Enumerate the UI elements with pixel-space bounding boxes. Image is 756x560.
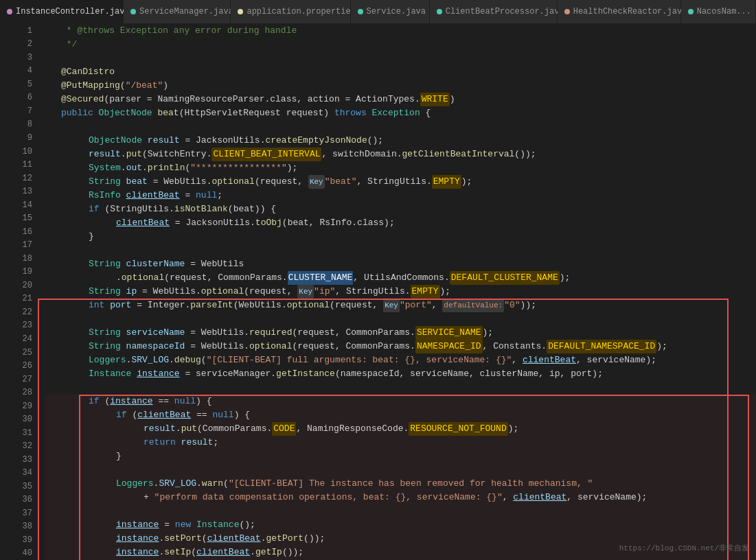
tab-label: application.properties [247, 7, 355, 16]
code-editor[interactable]: * @throws Exception any error during han… [38, 24, 756, 560]
tab-servicemanager[interactable]: ServiceManager.java × [124, 0, 231, 23]
code-line: instance.setPort(clientBeat.getPort()); [45, 532, 756, 546]
tab-healthcheckreactor[interactable]: HealthCheckReactor.java × [558, 0, 681, 23]
tab-bar: InstanceController.java × ServiceManager… [0, 0, 756, 24]
code-line: .optional(request, CommonParams.CLUSTER_… [45, 271, 756, 285]
code-line: ▶ public ObjectNode beat(HttpServletRequ… [45, 106, 756, 120]
code-line: RsInfo clientBeat = null; [45, 189, 756, 202]
code-line: * @throws Exception any error during han… [45, 24, 756, 38]
tab-label: ClientBeatProcessor.java [446, 7, 564, 16]
code-line: if (StringUtils.isNotBlank(beat)) { [45, 202, 756, 216]
tab-label: NacosNam... [697, 7, 751, 16]
code-line: if (instance == null) { [45, 395, 756, 408]
tab-nacosnam[interactable]: NacosNam... × [681, 0, 756, 23]
code-line [45, 120, 756, 134]
tab-applicationproperties[interactable]: application.properties × [231, 0, 350, 23]
code-line: instance.setIp(clientBeat.getIp()); [45, 546, 756, 559]
code-line: String ip = WebUtils.optional(request, K… [45, 285, 756, 299]
code-line: clientBeat = JacksonUtils.toObj(beat, Rs… [45, 216, 756, 230]
code-line: int port = Integer.parseInt(WebUtils.opt… [45, 299, 756, 312]
code-line: Loggers.SRV_LOG.warn("[CLIENT-BEAT] The … [45, 477, 756, 491]
code-line: result.put(SwitchEntry.CLIENT_BEAT_INTER… [45, 148, 756, 161]
code-line: @Secured(parser = NamingResourceParser.c… [45, 93, 756, 106]
tab-label: HealthCheckReactor.java [573, 7, 687, 16]
code-line: result.put(CommonParams.CODE, NamingResp… [45, 422, 756, 436]
tab-clientbeatprocessor[interactable]: ClientBeatProcessor.java × [430, 0, 558, 23]
code-line [45, 463, 756, 477]
line-number-gutter: 1 2 3 4 5 6 7 8 9 10 11 12 13 14 15 16 1… [0, 24, 38, 560]
code-line: String clusterName = WebUtils [45, 257, 756, 271]
code-line: } [45, 230, 756, 244]
code-line: Instance instance = serviceManager.getIn… [45, 367, 756, 381]
code-line: @PutMapping("/beat") [45, 79, 756, 93]
code-line [45, 504, 756, 518]
tab-label: Service.java [367, 7, 426, 16]
tab-instancecontroller[interactable]: InstanceController.java × [0, 0, 124, 23]
code-line [45, 51, 756, 65]
code-line [45, 381, 756, 395]
code-line [45, 244, 756, 257]
code-line: instance = new Instance(); [45, 518, 756, 532]
code-line: String serviceName = WebUtils.required(r… [45, 326, 756, 340]
tab-label: InstanceController.java [16, 7, 130, 16]
code-line: Loggers.SRV_LOG.debug("[CLIENT-BEAT] ful… [45, 353, 756, 367]
tab-label: ServiceManager.java [139, 7, 233, 16]
code-line: System.out.println("****************"); [45, 161, 756, 175]
code-line: String namespaceId = WebUtils.optional(r… [45, 340, 756, 353]
code-line: ObjectNode result = JacksonUtils.createE… [45, 134, 756, 148]
tab-service[interactable]: Service.java × [351, 0, 430, 23]
code-line: @CanDistro [45, 65, 756, 79]
code-line: } [45, 450, 756, 463]
code-line: + "perform data compensation operations,… [45, 491, 756, 504]
code-line: */ [45, 38, 756, 51]
code-line: String beat = WebUtils.optional(request,… [45, 175, 756, 189]
code-line: if (clientBeat == null) { [45, 408, 756, 422]
code-line: return result; [45, 436, 756, 450]
code-line [45, 312, 756, 326]
editor-container: 1 2 3 4 5 6 7 8 9 10 11 12 13 14 15 16 1… [0, 24, 756, 560]
